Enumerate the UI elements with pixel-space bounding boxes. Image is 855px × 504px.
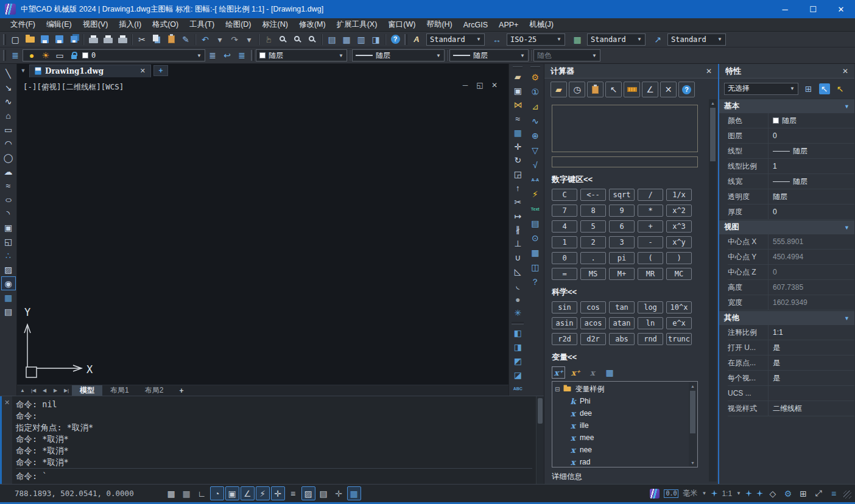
annotation-visibility-icon[interactable] [745,490,752,497]
calculator-scrollbar-thumb[interactable] [710,108,716,161]
calc-key-9[interactable]: 9 [609,205,635,217]
calc-key-10^x[interactable]: 10^x [666,301,692,313]
array-button[interactable]: ▦ [510,125,526,139]
surface-finish-button[interactable]: √ [527,158,543,172]
polygon-tool[interactable]: ⌂ [1,108,16,122]
text-to-front-button[interactable]: ABC [510,382,526,396]
save-as-button[interactable] [52,33,66,46]
prop-value[interactable]: 1:1 [768,325,854,340]
calc-key-0[interactable]: 0 [552,252,577,264]
variables-section-label[interactable]: 变量<< [552,352,708,363]
numpad-section-label[interactable]: 数字键区<< [552,174,708,185]
parts-list-button[interactable]: ▤ [527,216,543,231]
menu-format[interactable]: 格式(O) [147,18,184,31]
break-button[interactable]: ∦ [510,223,526,237]
polar-tracking-toggle[interactable]: ◔ [210,486,224,500]
curve-fit-button[interactable]: ∿ [527,114,543,128]
prop-value[interactable]: 二维线框 [768,401,854,416]
design-center-button[interactable]: ▦ [339,33,354,46]
calc-key-sin[interactable]: sin [552,301,577,313]
arc-tool[interactable]: ◠ [1,136,16,150]
toolbar-grip[interactable] [3,34,6,45]
calc-key-<--[interactable]: <-- [580,189,606,201]
new-drawing-button[interactable]: + [153,65,168,76]
maximize-button[interactable]: ☐ [799,0,827,18]
move-button[interactable]: ✛ [510,139,526,153]
dimension-style-select[interactable]: ISO-25▼ [507,33,565,46]
menu-insert[interactable]: 插入(I) [113,18,147,31]
prop-value[interactable]: 是 [768,371,854,385]
tree-scrollbar[interactable]: ▲▼ [689,382,697,466]
drawing-canvas[interactable]: ▼ Drawing1.dwg ✕ + [-][俯视][二维线框][WCS] ─ … [17,64,508,396]
gear-icon[interactable]: ⚙ [783,489,793,499]
collapse-icon[interactable]: ⊟ [555,386,560,393]
chamfer-button[interactable]: ◺ [510,265,526,279]
grid-display-toggle[interactable]: ▦ [164,486,178,500]
layer-translate-button[interactable]: ≣ [234,49,249,62]
lineweight-select[interactable]: 随层▼ [449,49,529,61]
doc-restore-button[interactable]: ◱ [476,81,484,89]
break-at-point-button[interactable]: ⊥ [510,237,526,251]
variable-item[interactable]: xille [555,419,688,432]
evaluate-variable-button[interactable]: ▦ [603,366,616,379]
send-under-button[interactable]: ◪ [510,368,526,382]
donut-tool[interactable]: ◉ [1,276,16,290]
copy-object-button[interactable]: ▣ [510,84,526,98]
text-style-select[interactable]: Standard▼ [426,33,485,46]
dynamic-input-toggle[interactable]: ✛ [271,486,285,500]
prop-value[interactable]: 是 [768,340,854,355]
multileader-style-button[interactable]: ↗ [650,33,665,46]
spline-tool[interactable]: ≈ [1,178,16,192]
calculator-history-box[interactable] [552,105,698,152]
bom-edit-button[interactable]: ▦ [527,245,543,260]
toolbar-drag-handle[interactable] [530,66,540,68]
menu-express[interactable]: 扩展工具(X) [331,18,383,31]
menu-arcgis[interactable]: ArcGIS [458,18,493,31]
full-screen-icon[interactable]: ⤢ [813,488,824,499]
menu-view[interactable]: 视图(V) [77,18,114,31]
menu-window[interactable]: 窗口(W) [382,18,421,31]
balloon-button[interactable]: ⊙ [527,231,543,245]
prop-value[interactable]: 随层 [768,189,854,204]
select-objects-button[interactable]: ↖ [817,82,831,95]
variable-item[interactable]: xdee [555,407,688,419]
properties-palette-button[interactable]: ▤ [325,33,339,46]
tab-list-arrow-icon[interactable]: ▼ [19,68,27,74]
calc-key-atan[interactable]: atan [609,317,635,329]
calc-key-ln[interactable]: ln [638,317,663,329]
bring-to-front-button[interactable]: ◧ [510,326,526,340]
layout-nav-last-icon[interactable]: ▶| [61,385,72,396]
text-style-button[interactable]: A [409,33,424,46]
hardware-acceleration-icon[interactable]: ⊞ [798,489,809,499]
calc-key-4[interactable]: 4 [552,220,577,233]
make-block-tool[interactable]: ◱ [1,234,16,248]
variable-folder-row[interactable]: ⊟变量样例 [555,383,688,395]
calc-key-d2r[interactable]: d2r [580,333,606,345]
dimension-style-button[interactable]: ↔ [490,33,504,46]
calc-key-acos[interactable]: acos [580,317,606,329]
calc-key-x^2[interactable]: x^2 [666,205,692,217]
calc-clear-button[interactable]: ▰ [551,82,567,97]
menu-app-plus[interactable]: APP+ [493,18,524,31]
construction-line-tool[interactable]: ↘ [1,80,16,94]
scroll-down-icon[interactable]: ▼ [689,459,697,466]
sheet-copy-button[interactable]: ◫ [527,260,543,275]
join-button[interactable]: ∪ [510,251,526,265]
minimize-button[interactable]: ─ [771,0,799,18]
layout-tab-模型[interactable]: 模型 [72,385,102,396]
scientific-section-label[interactable]: 科学<< [552,287,708,298]
plot-button[interactable] [86,33,100,46]
calc-key-)[interactable]: ) [666,252,692,264]
new-file-button[interactable]: ▢ [8,33,23,46]
object-snap-toggle[interactable]: ▣ [225,486,239,500]
resize-grip[interactable] [843,491,851,499]
calc-key-pi[interactable]: pi [609,252,635,264]
calc-key-sqrt[interactable]: sqrt [609,189,635,201]
object-snap-tracking-toggle[interactable]: ∠ [241,486,255,500]
offset-button[interactable]: ≈ [510,111,526,125]
region-button[interactable]: ● [510,292,526,306]
circle-tool[interactable]: ◯ [1,150,16,164]
table-tool[interactable]: ▦ [1,290,16,304]
dynamic-ucs-toggle[interactable]: ⚡ [256,486,270,500]
undo-button[interactable]: ↶ [198,33,213,46]
